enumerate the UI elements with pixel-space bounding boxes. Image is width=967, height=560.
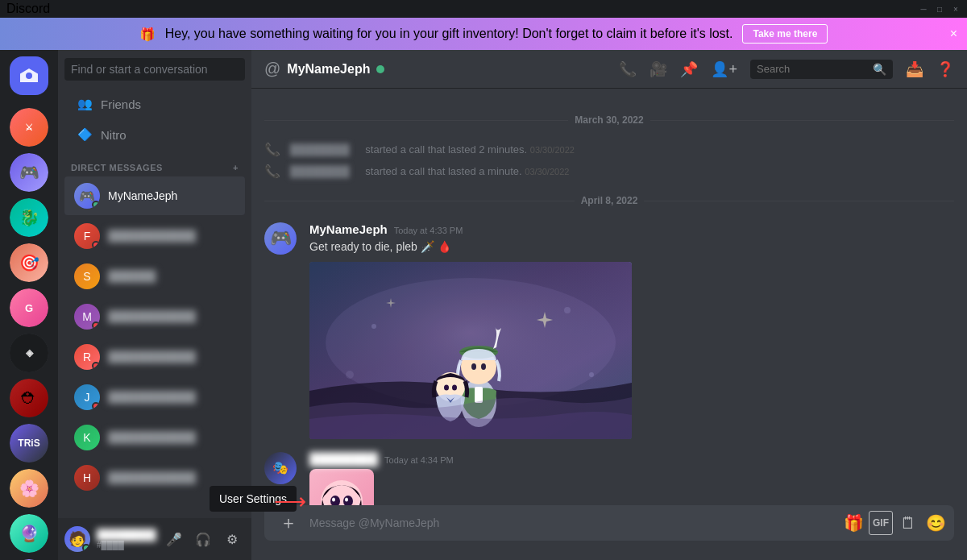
sticker-icon[interactable]: 🗒: [896, 511, 920, 535]
system-msg-blur: ████████: [290, 143, 350, 156]
user-avatar: 🧑: [64, 526, 90, 552]
nav-nitro[interactable]: 🔷 Nitro: [64, 121, 245, 148]
server-icon-10[interactable]: 🔮: [10, 514, 48, 553]
chat-search-box: 🔍: [750, 60, 893, 79]
titlebar: Discord ─ □ ×: [0, 0, 967, 18]
svg-point-15: [589, 372, 594, 377]
chat-input-box: ＋ 🎁 GIF 🗒 😊: [264, 505, 954, 541]
nitro-label: Nitro: [101, 128, 127, 142]
system-msg-blur-2: ████████: [290, 165, 350, 177]
dm-avatar-3: S: [74, 263, 100, 289]
dm-item-5[interactable]: R ███████████: [64, 338, 245, 376]
server-icon-3[interactable]: 🐉: [10, 198, 48, 237]
mic-button[interactable]: 🎤: [161, 526, 187, 552]
msg-header-2: ████████ Today at 4:34 PM: [309, 452, 954, 466]
emoji-icon[interactable]: 😊: [923, 511, 948, 535]
dm-name-5: ███████████: [108, 351, 196, 363]
dm-avatar-2: F: [74, 223, 100, 249]
server-icon-2[interactable]: 🎮: [10, 153, 48, 192]
system-message-2: 📞 ████████ started a call that lasted a …: [251, 160, 967, 182]
msg-text-1: Get ready to die, pleb 🗡️ 🩸: [309, 239, 954, 255]
messages-list: March 30, 2022 📞 ████████ started a call…: [251, 89, 967, 505]
notification-banner: 🎁 Hey, you have something waiting for yo…: [0, 18, 967, 50]
chat-area: @ MyNameJeph 📞 🎥 📌 👤+ 🔍 📥 ❓ March: [251, 50, 967, 560]
pin-icon[interactable]: 📌: [680, 60, 698, 78]
chat-actions: 📞 🎥 📌 👤+ 🔍 📥 ❓: [619, 60, 954, 79]
dm-name-6: ███████████: [108, 391, 196, 404]
at-symbol: @: [264, 60, 280, 78]
dm-avatar-4: M: [74, 304, 100, 330]
dm-item-4[interactable]: M ███████████: [64, 297, 245, 336]
help-icon[interactable]: ❓: [936, 60, 954, 78]
server-icon-9[interactable]: 🌸: [10, 469, 48, 508]
dm-search-input[interactable]: [64, 58, 245, 81]
dm-item-mynameJeph[interactable]: 🎮 MyNameJeph: [64, 176, 245, 215]
direct-messages-label: DIRECT MESSAGES: [71, 163, 163, 172]
minimize-button[interactable]: ─: [919, 4, 928, 14]
svg-point-0: [26, 73, 32, 79]
svg-point-7: [471, 363, 476, 370]
message-group-2: 🎭 ████████ Today at 4:34 PM: [251, 449, 967, 505]
call-icon-1: 📞: [264, 142, 280, 157]
server-icon-5[interactable]: G: [10, 288, 48, 327]
dm-section-header: DIRECT MESSAGES +: [58, 150, 251, 176]
add-member-icon[interactable]: 👤+: [711, 60, 737, 78]
dm-item-6[interactable]: J ███████████: [64, 378, 245, 417]
chat-header: @ MyNameJeph 📞 🎥 📌 👤+ 🔍 📥 ❓: [251, 50, 967, 89]
nav-friends[interactable]: 👥 Friends: [64, 90, 245, 118]
dm-item-2[interactable]: F ███████████: [64, 217, 245, 255]
restore-button[interactable]: □: [935, 4, 944, 14]
dm-sidebar: 👥 Friends 🔷 Nitro DIRECT MESSAGES + 🎮 My…: [58, 50, 251, 560]
msg-avatar-1: 🎮: [264, 222, 297, 255]
titlebar-title: Discord: [6, 2, 50, 16]
settings-button[interactable]: ⚙: [219, 526, 245, 552]
server-icon-1[interactable]: ⚔: [10, 108, 48, 147]
divider-line-left-2: [264, 201, 575, 201]
dm-avatar-6: J: [74, 384, 100, 410]
svg-point-11: [444, 384, 449, 390]
date-divider-march: March 30, 2022: [264, 114, 954, 126]
dm-search-area: [58, 50, 251, 89]
main-layout: ⚔ 🎮 🐉 🎯 G ◈ ⛑ TRiS 🌸 🔮 🌙: [0, 50, 967, 560]
system-msg-text-2: started a call that lasted a minute. 03/…: [363, 165, 570, 177]
inbox-icon[interactable]: 📥: [906, 60, 923, 78]
svg-rect-9: [475, 387, 483, 403]
msg-timestamp-1: Today at 4:33 PM: [394, 226, 463, 235]
server-icon-4[interactable]: 🎯: [10, 243, 48, 282]
close-button[interactable]: ×: [951, 4, 961, 14]
gif-icon[interactable]: GIF: [869, 511, 893, 535]
date-label-march: March 30, 2022: [575, 114, 643, 126]
headphones-button[interactable]: 🎧: [190, 526, 216, 552]
banner-take-me-there-button[interactable]: Take me there: [742, 24, 828, 44]
settings-arrow-icon: ⟶: [274, 488, 306, 515]
phone-call-icon[interactable]: 📞: [619, 60, 637, 78]
message-input[interactable]: [309, 508, 838, 538]
dm-name-3: ██████: [108, 270, 156, 283]
dm-item-3[interactable]: S ██████: [64, 257, 245, 296]
message-group-1: 🎮 MyNameJeph Today at 4:33 PM Get ready …: [251, 219, 967, 442]
dm-item-7[interactable]: K ███████████: [64, 418, 245, 457]
svg-point-21: [332, 497, 335, 501]
home-server-icon[interactable]: [10, 56, 48, 95]
user-status: #████: [97, 541, 158, 550]
server-icon-6[interactable]: ◈: [10, 334, 48, 372]
user-area: 🧑 ████████ #████ 🎤 🎧 ⚙: [58, 518, 251, 560]
system-message-1: 📞 ████████ started a call that lasted 2 …: [251, 139, 967, 160]
gift-icon[interactable]: 🎁: [841, 511, 865, 535]
server-list: ⚔ 🎮 🐉 🎯 G ◈ ⛑ TRiS 🌸 🔮 🌙: [0, 50, 58, 560]
nitro-icon: 🔷: [77, 127, 93, 142]
add-dm-button[interactable]: +: [233, 163, 239, 172]
msg-content-2: ████████ Today at 4:34 PM: [309, 452, 954, 505]
msg-image-1: [309, 262, 632, 439]
chat-search-input[interactable]: [757, 63, 869, 75]
date-divider-april: April 8, 2022: [264, 195, 954, 206]
svg-point-22: [345, 497, 348, 501]
friends-label: Friends: [101, 97, 141, 111]
banner-close-button[interactable]: ×: [950, 27, 957, 41]
banner-text: Hey, you have something waiting for you …: [165, 27, 733, 41]
server-icon-8[interactable]: TRiS: [10, 424, 48, 463]
call-icon-2: 📞: [264, 164, 280, 179]
server-icon-7[interactable]: ⛑: [10, 379, 48, 417]
msg-sticker: [309, 469, 374, 505]
video-call-icon[interactable]: 🎥: [650, 60, 667, 78]
